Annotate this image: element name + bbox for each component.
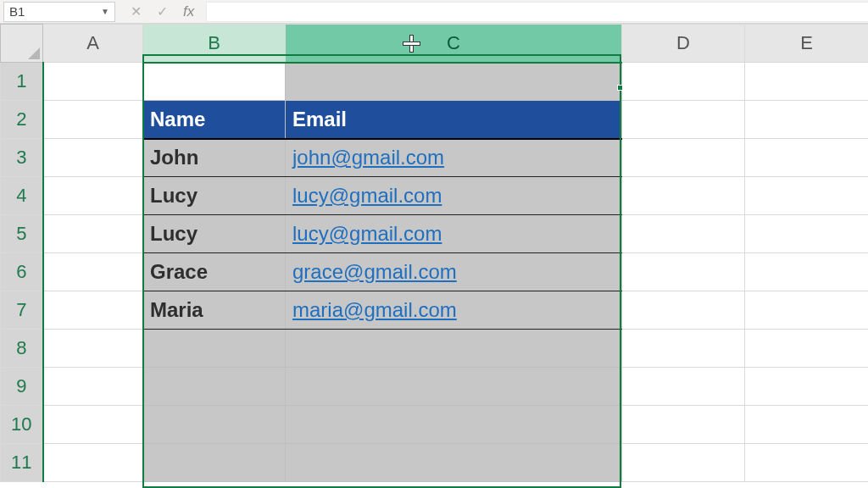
spreadsheet-grid: A B C D E 1 2 Name Email	[0, 24, 868, 482]
row-header-1[interactable]: 1	[1, 63, 43, 101]
row-header-7[interactable]: 7	[1, 291, 43, 330]
row-7: 7 Maria maria@gmail.com	[1, 291, 869, 330]
cell-c7[interactable]: maria@gmail.com	[286, 291, 622, 330]
cell-b4[interactable]: Lucy	[143, 177, 286, 215]
cell-d3[interactable]	[622, 139, 745, 177]
cell-e2[interactable]	[745, 101, 869, 139]
row-header-5[interactable]: 5	[1, 215, 43, 253]
formula-tools: ✕ ✓ fx	[119, 3, 206, 20]
row-header-6[interactable]: 6	[1, 253, 43, 291]
row-header-4[interactable]: 4	[1, 177, 43, 215]
row-9: 9	[1, 368, 869, 406]
cell-a5[interactable]	[43, 215, 143, 253]
row-11: 11	[1, 444, 869, 482]
cell-e4[interactable]	[745, 177, 869, 215]
chevron-down-icon[interactable]: ▼	[101, 7, 109, 16]
col-header-c[interactable]: C	[286, 25, 622, 63]
cell-c2[interactable]: Email	[286, 101, 622, 139]
cell-d1[interactable]	[622, 63, 745, 101]
cell-e8[interactable]	[745, 330, 869, 368]
formula-input[interactable]	[206, 2, 868, 22]
row-4: 4 Lucy lucy@gmail.com	[1, 177, 869, 215]
cancel-icon[interactable]: ✕	[131, 3, 142, 19]
cell-c6[interactable]: grace@gmail.com	[286, 253, 622, 291]
cell-e1[interactable]	[745, 63, 869, 101]
row-1: 1	[1, 63, 869, 101]
row-header-8[interactable]: 8	[1, 330, 43, 368]
cell-b6[interactable]: Grace	[143, 253, 286, 291]
cell-e10[interactable]	[745, 406, 869, 444]
cell-e3[interactable]	[745, 139, 869, 177]
row-2: 2 Name Email	[1, 101, 869, 139]
cell-a4[interactable]	[43, 177, 143, 215]
row-8: 8	[1, 330, 869, 368]
cell-d4[interactable]	[622, 177, 745, 215]
cell-c4[interactable]: lucy@gmail.com	[286, 177, 622, 215]
col-header-d[interactable]: D	[622, 25, 745, 63]
cell-a10[interactable]	[43, 406, 143, 444]
column-header-row: A B C D E	[1, 25, 869, 63]
cell-c5[interactable]: lucy@gmail.com	[286, 215, 622, 253]
select-all-corner[interactable]	[1, 25, 43, 63]
col-header-c-label: C	[447, 32, 460, 53]
cell-d2[interactable]	[622, 101, 745, 139]
row-header-11[interactable]: 11	[1, 444, 43, 482]
col-header-b[interactable]: B	[143, 25, 286, 63]
cell-d10[interactable]	[622, 406, 745, 444]
cell-b11[interactable]	[143, 444, 286, 482]
cell-b3[interactable]: John	[143, 139, 286, 177]
cell-a6[interactable]	[43, 253, 143, 291]
cell-e11[interactable]	[745, 444, 869, 482]
col-header-a[interactable]: A	[43, 25, 143, 63]
cell-e6[interactable]	[745, 253, 869, 291]
name-box-value: B1	[9, 4, 25, 19]
cell-c3[interactable]: john@gmail.com	[286, 139, 622, 177]
cell-c8[interactable]	[286, 330, 622, 368]
row-6: 6 Grace grace@gmail.com	[1, 253, 869, 291]
cell-b9[interactable]	[143, 368, 286, 406]
cell-b8[interactable]	[143, 330, 286, 368]
cell-c10[interactable]	[286, 406, 622, 444]
row-3: 3 John john@gmail.com	[1, 139, 869, 177]
cursor-icon	[403, 35, 420, 52]
cell-e9[interactable]	[745, 368, 869, 406]
cell-e7[interactable]	[745, 291, 869, 330]
name-box[interactable]: B1 ▼	[3, 2, 115, 22]
cell-e5[interactable]	[745, 215, 869, 253]
cell-d11[interactable]	[622, 444, 745, 482]
row-header-10[interactable]: 10	[1, 406, 43, 444]
cell-a2[interactable]	[43, 101, 143, 139]
cell-c1[interactable]	[286, 63, 622, 101]
row-10: 10	[1, 406, 869, 444]
cell-b2[interactable]: Name	[143, 101, 286, 139]
formula-bar: B1 ▼ ✕ ✓ fx	[0, 0, 868, 24]
cell-a8[interactable]	[43, 330, 143, 368]
cell-a11[interactable]	[43, 444, 143, 482]
row-5: 5 Lucy lucy@gmail.com	[1, 215, 869, 253]
cell-d5[interactable]	[622, 215, 745, 253]
cell-a3[interactable]	[43, 139, 143, 177]
cell-b1[interactable]	[143, 63, 286, 101]
cell-a1[interactable]	[43, 63, 143, 101]
cell-d8[interactable]	[622, 330, 745, 368]
cell-b7[interactable]: Maria	[143, 291, 286, 330]
col-header-e[interactable]: E	[745, 25, 869, 63]
grid-table: A B C D E 1 2 Name Email	[0, 24, 868, 482]
row-header-9[interactable]: 9	[1, 368, 43, 406]
cell-c9[interactable]	[286, 368, 622, 406]
confirm-icon[interactable]: ✓	[157, 3, 168, 19]
row-header-2[interactable]: 2	[1, 101, 43, 139]
cell-c11[interactable]	[286, 444, 622, 482]
cell-b5[interactable]: Lucy	[143, 215, 286, 253]
cell-a7[interactable]	[43, 291, 143, 330]
cell-d9[interactable]	[622, 368, 745, 406]
fx-icon[interactable]: fx	[183, 3, 194, 20]
cell-a9[interactable]	[43, 368, 143, 406]
row-header-3[interactable]: 3	[1, 139, 43, 177]
cell-d6[interactable]	[622, 253, 745, 291]
cell-d7[interactable]	[622, 291, 745, 330]
cell-b10[interactable]	[143, 406, 286, 444]
